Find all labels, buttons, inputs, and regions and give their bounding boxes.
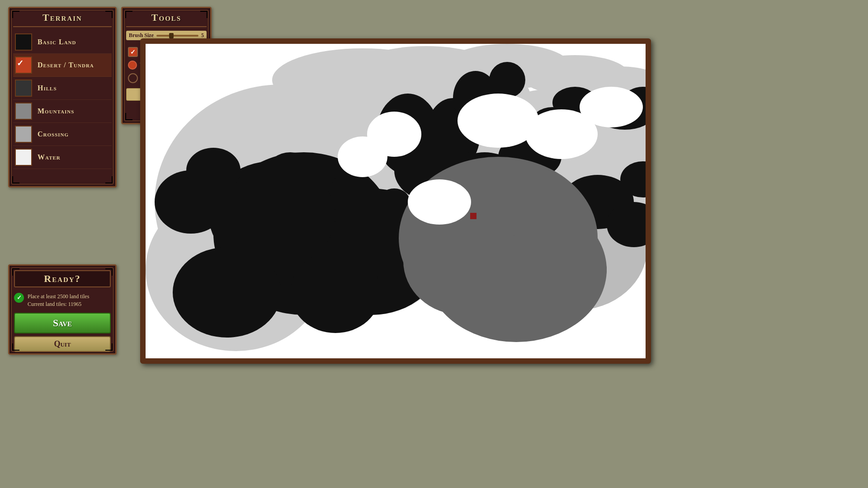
svg-point-17 [173, 247, 281, 338]
brush-size-value: 5 [201, 32, 204, 39]
brush-size-slider[interactable] [156, 35, 198, 37]
svg-point-43 [403, 206, 521, 315]
water-color [15, 149, 32, 166]
svg-point-18 [290, 252, 381, 333]
terrain-panel: Terrain Basic Land ✓ Desert / Tundra Hil… [8, 7, 117, 188]
terrain-item-basic-land[interactable]: Basic Land [13, 31, 112, 54]
map-svg [146, 44, 646, 358]
basic-land-color [15, 33, 32, 51]
terrain-item-water[interactable]: Water [13, 146, 112, 169]
map-frame [140, 38, 651, 364]
terrain-item-desert[interactable]: ✓ Desert / Tundra [13, 54, 112, 77]
mountains-color [15, 103, 32, 120]
terrain-mask-checkbox[interactable] [128, 61, 137, 70]
svg-point-22 [489, 62, 525, 98]
hills-label: Hills [38, 84, 57, 92]
desert-color: ✓ [15, 56, 32, 74]
terrain-item-mountains[interactable]: Mountains [13, 100, 112, 123]
bucket-checkbox[interactable] [128, 73, 138, 83]
crossing-label: Crossing [38, 130, 69, 138]
basic-land-label: Basic Land [38, 38, 76, 46]
terrain-item-crossing[interactable]: Crossing [13, 123, 112, 146]
svg-point-49 [338, 136, 387, 177]
ready-requirement-text: Place at least 2500 land tiles Current l… [28, 293, 89, 308]
svg-point-46 [580, 87, 643, 127]
crossing-color [15, 126, 32, 143]
brush-slider-thumb [169, 33, 174, 38]
svg-point-32 [186, 148, 241, 193]
terrain-item-hills[interactable]: Hills [13, 77, 112, 100]
water-label: Water [38, 153, 61, 161]
svg-point-48 [408, 179, 471, 225]
ready-title: Ready? [44, 273, 80, 284]
mountains-label: Mountains [38, 107, 74, 115]
quit-button[interactable]: Quit [14, 336, 111, 352]
svg-point-34 [331, 173, 367, 204]
svg-point-33 [268, 152, 313, 188]
ready-panel: Ready? Place at least 2500 land tiles Cu… [8, 264, 117, 355]
brush-checkbox[interactable] [128, 47, 138, 57]
brush-size-label: Brush Size [129, 32, 154, 39]
terrain-title: Terrain [13, 12, 112, 27]
requirement-check-icon [14, 293, 24, 303]
desert-label: Desert / Tundra [38, 61, 94, 69]
ready-requirement: Place at least 2500 land tiles Current l… [14, 293, 111, 308]
svg-rect-50 [470, 213, 476, 219]
map-canvas[interactable] [146, 44, 646, 358]
save-button[interactable]: Save [14, 313, 111, 333]
ready-title-box: Ready? [14, 270, 111, 287]
hills-color [15, 80, 32, 97]
tools-title: Tools [126, 12, 207, 27]
